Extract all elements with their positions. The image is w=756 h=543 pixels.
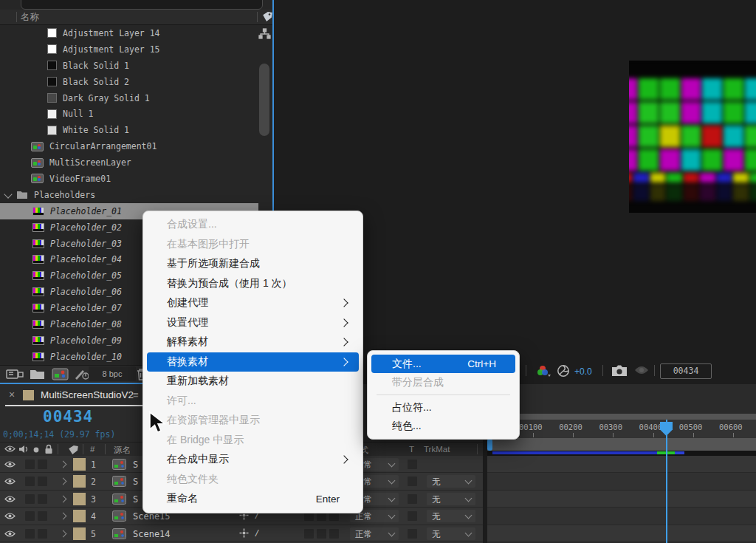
collapse-transformations-icon[interactable] — [239, 528, 249, 538]
project-item[interactable]: Null 1 — [0, 106, 258, 122]
track-row[interactable] — [487, 473, 756, 490]
context-menu-item[interactable]: 在合成中显示 — [147, 450, 359, 470]
folder-expand-chevron-icon[interactable] — [4, 190, 12, 198]
show-snapshot-icon[interactable] — [633, 364, 650, 376]
layer-visibility-eye-icon[interactable] — [4, 495, 16, 503]
playhead-line[interactable] — [666, 420, 667, 543]
exposure-aperture-icon[interactable] — [557, 364, 570, 378]
layer-color-label[interactable] — [73, 458, 86, 471]
blend-mode-dropdown[interactable]: 正常 — [350, 527, 399, 540]
work-area-lane[interactable] — [487, 451, 756, 456]
track-row[interactable] — [487, 491, 756, 508]
name-column-header[interactable]: 名称 — [21, 11, 39, 24]
layer-color-label[interactable] — [73, 527, 86, 540]
context-menu-item[interactable]: 许可... — [147, 392, 359, 411]
context-menu-item[interactable]: 在 Bridge 中显示 — [147, 431, 359, 451]
preserve-transparency-checkbox[interactable] — [408, 511, 417, 521]
layer-visibility-eye-icon[interactable] — [4, 460, 16, 468]
project-item[interactable]: Black Solid 2 — [0, 74, 258, 90]
timeline-navigator-band[interactable] — [487, 438, 756, 451]
trkmat-dropdown[interactable]: 无 — [427, 475, 475, 488]
tab-close-icon[interactable]: × — [9, 389, 15, 400]
solo-switch[interactable] — [38, 529, 47, 539]
context-menu-item[interactable]: 合成设置... — [147, 215, 359, 235]
project-item[interactable]: Adjustment Layer 14 — [0, 25, 258, 41]
layer-expander-icon[interactable] — [60, 461, 67, 468]
layer-name[interactable]: Scene14 — [133, 529, 171, 539]
preserve-transparency-checkbox[interactable] — [408, 529, 417, 539]
audio-switch[interactable] — [25, 494, 35, 504]
layer-switch[interactable] — [317, 529, 326, 539]
context-menu-item[interactable]: 在资源管理器中显示 — [147, 411, 359, 431]
work-area-bar[interactable] — [492, 451, 657, 454]
label-column-icon[interactable] — [262, 11, 272, 22]
layer-expander-icon[interactable] — [60, 495, 67, 502]
current-time-display[interactable]: 00434 — [43, 408, 93, 426]
viewer-time-field[interactable]: 00434 — [660, 363, 712, 379]
track-row[interactable] — [487, 508, 756, 525]
layer-switch[interactable] — [329, 529, 339, 539]
context-menu-item[interactable]: 解释素材 — [147, 332, 359, 352]
layer-name[interactable]: S — [133, 477, 138, 487]
audio-switch[interactable] — [25, 529, 35, 539]
work-area-start-handle[interactable] — [487, 439, 492, 451]
adjust-wand-icon[interactable] — [74, 368, 90, 381]
project-scrollbar[interactable] — [259, 64, 269, 136]
layer-switch[interactable] — [304, 529, 314, 539]
project-search-input[interactable] — [21, 0, 263, 10]
layer-expander-icon[interactable] — [60, 513, 67, 520]
submenu-item[interactable]: 占位符... — [371, 398, 515, 417]
color-depth-button[interactable]: 8 bpc — [89, 366, 136, 381]
trkmat-dropdown[interactable]: 无 — [427, 527, 475, 540]
preserve-transparency-checkbox[interactable] — [408, 494, 417, 504]
flowchart-icon[interactable] — [258, 28, 271, 40]
context-menu-item[interactable]: 基于所选项新建合成 — [147, 254, 359, 274]
track-row[interactable] — [487, 456, 756, 473]
audio-switch[interactable] — [25, 460, 35, 469]
layer-name[interactable]: S — [133, 494, 138, 505]
project-item[interactable]: Placeholders — [0, 187, 258, 203]
exposure-value[interactable]: +0.0 — [574, 366, 592, 377]
preserve-transparency-checkbox[interactable] — [408, 460, 417, 469]
submenu-item[interactable]: 文件...Ctrl+H — [371, 355, 515, 373]
context-menu-item[interactable]: 创建代理 — [147, 293, 359, 313]
layer-visibility-eye-icon[interactable] — [4, 512, 16, 520]
preserve-transparency-checkbox[interactable] — [408, 477, 417, 486]
project-item[interactable]: MultiScreenLayer — [0, 154, 258, 171]
t-column-header[interactable]: T — [409, 445, 414, 454]
context-menu-item[interactable]: 替换为预合成（使用 1 次） — [147, 274, 359, 294]
layer-name[interactable]: S — [133, 460, 138, 470]
layer-color-label[interactable] — [73, 493, 86, 505]
project-item[interactable]: Dark Gray Solid 1 — [0, 90, 258, 106]
trkmat-dropdown[interactable]: 无 — [427, 510, 475, 522]
layer-color-label[interactable] — [73, 475, 86, 488]
trkmat-dropdown[interactable]: 无 — [427, 493, 475, 505]
layer-visibility-eye-icon[interactable] — [4, 477, 16, 485]
track-row[interactable] — [487, 525, 756, 542]
layer-expander-icon[interactable] — [60, 530, 67, 537]
audio-switch[interactable] — [25, 477, 35, 486]
layer-color-label[interactable] — [73, 510, 86, 522]
trkmat-column-header[interactable]: TrkMat — [424, 445, 450, 454]
time-ruler[interactable]: 001000020000300004000050000600 — [487, 420, 756, 438]
timeline-tab-label[interactable]: MultiScreenStudioV2 — [41, 389, 134, 400]
solo-switch[interactable] — [38, 511, 47, 521]
submenu-item[interactable]: 带分层合成 — [371, 373, 515, 392]
new-folder-icon[interactable] — [30, 368, 46, 380]
snapshot-camera-icon[interactable] — [611, 364, 628, 377]
submenu-item[interactable]: 纯色... — [371, 417, 515, 435]
comp-color-swatch[interactable] — [23, 390, 34, 400]
panel-menu-icon[interactable]: ≡ — [133, 389, 139, 400]
source-name-column-header[interactable]: 源名 — [114, 445, 131, 456]
context-menu-item[interactable]: 重新加载素材 — [147, 372, 359, 392]
solo-switch[interactable] — [38, 460, 47, 469]
solo-switch[interactable] — [38, 477, 47, 486]
project-item[interactable]: Black Solid 1 — [0, 58, 258, 74]
interpret-footage-icon[interactable] — [6, 368, 24, 380]
solo-switch[interactable] — [38, 494, 47, 504]
layer-visibility-eye-icon[interactable] — [4, 530, 16, 538]
project-item[interactable]: CircularArrangement01 — [0, 138, 258, 154]
new-composition-icon[interactable] — [52, 368, 69, 380]
project-item[interactable]: White Solid 1 — [0, 122, 258, 138]
context-menu-item[interactable]: 替换素材 — [147, 352, 359, 372]
